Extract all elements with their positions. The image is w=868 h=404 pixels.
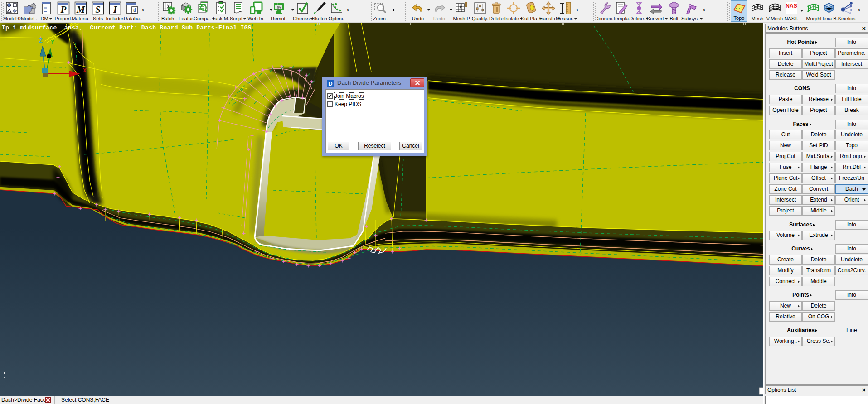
- svg-text:S: S: [95, 4, 101, 15]
- svg-text:NAS: NAS: [786, 3, 797, 9]
- svg-text:Y: Y: [51, 39, 54, 46]
- svg-text:M: M: [76, 4, 86, 15]
- svg-text:I: I: [113, 4, 117, 15]
- svg-text:X: X: [83, 67, 87, 74]
- svg-text:Z: Z: [39, 38, 43, 44]
- svg-text:P: P: [60, 4, 67, 15]
- svg-text:t: t: [133, 8, 135, 13]
